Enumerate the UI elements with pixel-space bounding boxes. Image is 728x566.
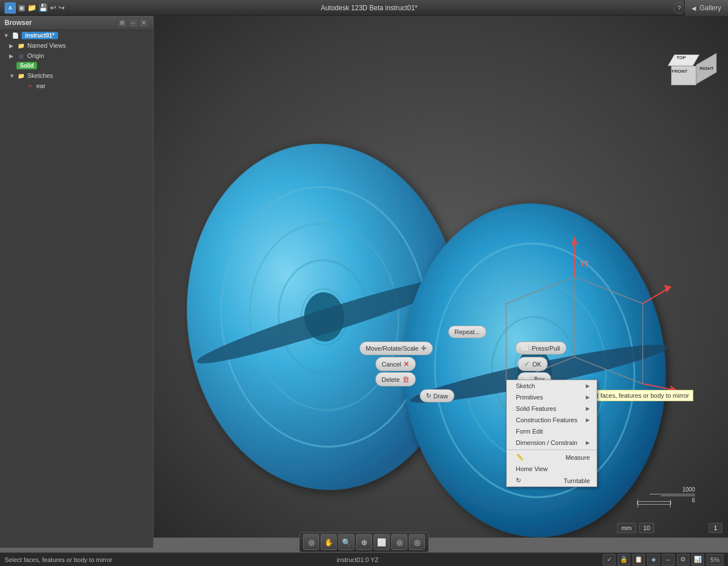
- browser-header: Browser ⊞ ─ ✕: [0, 16, 153, 30]
- cancel-button[interactable]: Cancel ✕: [375, 357, 416, 371]
- origin-icon: ◎: [16, 52, 26, 60]
- ctx-item-primitives[interactable]: Primitives ▶: [507, 392, 597, 403]
- folder-icon-sketches: 📁: [16, 72, 26, 80]
- ctx-item-solid-features[interactable]: Solid Features ▶: [507, 403, 597, 414]
- status-right-icons: ✓ 🔒 📋 ◈ ↔ ⚙ 📊 5%: [603, 554, 723, 565]
- ctx-solid-features-label: Solid Features: [516, 405, 556, 412]
- file-icon: 📄: [11, 31, 20, 39]
- tree-item-ear[interactable]: ▶ ✏ ear: [0, 81, 153, 91]
- status-check-btn[interactable]: ✓: [603, 554, 615, 565]
- ctx-item-sketch[interactable]: Sketch ▶: [507, 380, 597, 392]
- browser-minimize-icon[interactable]: ─: [129, 18, 138, 27]
- gallery-label: Gallery: [700, 4, 721, 12]
- browser-grid-icon[interactable]: ⊞: [118, 18, 127, 27]
- tree-arrow-origin: ▶: [9, 53, 15, 59]
- ctx-home-view-label: Home View: [516, 465, 548, 472]
- press-pull-button[interactable]: ⬜ Press/Pull: [515, 342, 566, 355]
- btm-pan-btn[interactable]: ✋: [321, 534, 337, 550]
- status-history-btn[interactable]: 📋: [632, 554, 645, 565]
- status-snap-btn[interactable]: ◈: [647, 554, 660, 565]
- ctx-item-home-view[interactable]: Home View: [507, 463, 597, 475]
- browser-header-icons: ⊞ ─ ✕: [118, 18, 148, 27]
- press-pull-label: Press/Pull: [532, 345, 560, 352]
- named-views-label: Named Views: [27, 42, 66, 49]
- undo-btn[interactable]: ↩: [50, 3, 56, 12]
- origin-label: Origin: [27, 52, 44, 59]
- scale-bar: mm 10: [617, 523, 654, 533]
- open-btn[interactable]: 📁: [27, 3, 36, 12]
- title-bar-left: A ▣ 📁 💾 ↩ ↪: [5, 2, 65, 14]
- sketches-label: Sketches: [27, 72, 53, 79]
- solid-badge: Solid: [16, 62, 37, 69]
- draw-label: Draw: [433, 393, 448, 399]
- cube-front-face[interactable]: FRONT: [671, 66, 696, 85]
- tooltip-text: Select faces, features or body to mirror: [581, 392, 689, 399]
- root-badge: instruct01*: [22, 32, 58, 39]
- move-rotate-scale-label: Move/Rotate/Scale: [366, 345, 419, 352]
- tree-item-solid[interactable]: ▶ Solid: [0, 61, 153, 70]
- browser-panel: Browser ⊞ ─ ✕ ▼ 📄 instruct01* ▶ 📁 Named …: [0, 16, 154, 548]
- new-btn[interactable]: ▣: [18, 3, 25, 12]
- gallery-tab[interactable]: ◀ Gallery: [684, 0, 728, 16]
- scale-value: 10: [639, 523, 654, 533]
- ctx-form-edit-label: Form Edit: [516, 428, 543, 435]
- help-icon[interactable]: ?: [673, 2, 685, 14]
- ok-button[interactable]: ✓ OK: [518, 357, 548, 371]
- btm-more-btn[interactable]: ◎: [409, 534, 425, 550]
- tree-item-named-views[interactable]: ▶ 📁 Named Views: [0, 40, 153, 51]
- btm-fit-btn[interactable]: ⊕: [356, 534, 372, 550]
- btm-orbit-btn[interactable]: ◎: [303, 534, 319, 550]
- ctx-item-construction-features[interactable]: Construction Features ▶: [507, 414, 597, 426]
- viewport[interactable]: Y7 TOP FRONT RIGHT Repeat... Move/Rotate…: [154, 16, 728, 538]
- status-chart-btn[interactable]: 📊: [692, 554, 704, 565]
- sketch-icon: ✏: [26, 82, 35, 90]
- measurement-bar: [637, 501, 671, 505]
- move-rotate-scale-button[interactable]: Move/Rotate/Scale ✛: [359, 342, 433, 355]
- repeat-label: Repeat...: [454, 328, 480, 335]
- context-menu: Sketch ▶ Primitives ▶ Solid Features ▶ C…: [506, 380, 597, 487]
- ok-label: OK: [532, 361, 541, 368]
- status-settings-btn[interactable]: ⚙: [677, 554, 689, 565]
- ctx-sketch-label: Sketch: [516, 382, 535, 389]
- btm-select-btn[interactable]: ⬜: [374, 534, 390, 550]
- ctx-item-form-edit[interactable]: Form Edit: [507, 426, 597, 437]
- status-percent-btn[interactable]: 5%: [706, 554, 723, 565]
- status-text: Select faces, features or body to mirror: [5, 556, 113, 563]
- app-icon: A: [5, 2, 16, 14]
- cube-right-label: RIGHT: [700, 66, 714, 71]
- btm-zoom-btn[interactable]: 🔍: [338, 534, 354, 550]
- ctx-turntable-label: Turntable: [564, 477, 590, 484]
- browser-close-icon[interactable]: ✕: [139, 18, 148, 27]
- status-mirror-btn[interactable]: ↔: [662, 554, 675, 565]
- bottom-toolbar: ◎ ✋ 🔍 ⊕ ⬜ ◎ ◎: [299, 532, 429, 552]
- repeat-button[interactable]: Repeat...: [448, 326, 486, 338]
- tree-item-root[interactable]: ▼ 📄 instruct01*: [0, 30, 153, 40]
- delete-button[interactable]: Delete 🗑: [375, 372, 416, 386]
- ctx-item-measure[interactable]: 📏 Measure: [507, 451, 597, 463]
- tree-item-origin[interactable]: ▶ ◎ Origin: [0, 51, 153, 61]
- ctx-item-turntable[interactable]: ↻ Turntable: [507, 475, 597, 486]
- redo-btn[interactable]: ↪: [59, 3, 65, 12]
- save-btn[interactable]: 💾: [39, 3, 48, 12]
- ctx-separator-1: [507, 450, 597, 450]
- cube-top-face[interactable]: TOP: [668, 55, 700, 66]
- delete-label: Delete: [382, 376, 400, 383]
- tree-arrow-root: ▼: [3, 32, 9, 39]
- ctx-solid-features-arrow: ▶: [586, 406, 590, 411]
- app-title: Autodesk 123D Beta instruct01*: [65, 4, 673, 12]
- coord-value: 1: [714, 525, 717, 531]
- view-cube[interactable]: TOP FRONT RIGHT: [671, 55, 717, 91]
- browser-tree: ▼ 📄 instruct01* ▶ 📁 Named Views ▶ ◎ Orig…: [0, 30, 153, 91]
- ctx-construction-features-label: Construction Features: [516, 417, 577, 423]
- ctx-primitives-arrow: ▶: [586, 394, 590, 400]
- svg-marker-26: [664, 285, 671, 293]
- cancel-label: Cancel: [382, 361, 401, 368]
- tree-item-sketches[interactable]: ▼ 📁 Sketches: [0, 70, 153, 81]
- btm-snap2-btn[interactable]: ◎: [391, 534, 407, 550]
- status-bar: Select faces, features or body to mirror…: [0, 552, 728, 566]
- coord-display: 1: [709, 523, 722, 533]
- status-lock-btn[interactable]: 🔒: [618, 554, 630, 565]
- ctx-item-dimension-constrain[interactable]: Dimension / Constrain ▶: [507, 437, 597, 448]
- draw-button[interactable]: ↻ Draw: [420, 389, 454, 402]
- cube-right-face[interactable]: RIGHT: [696, 53, 717, 84]
